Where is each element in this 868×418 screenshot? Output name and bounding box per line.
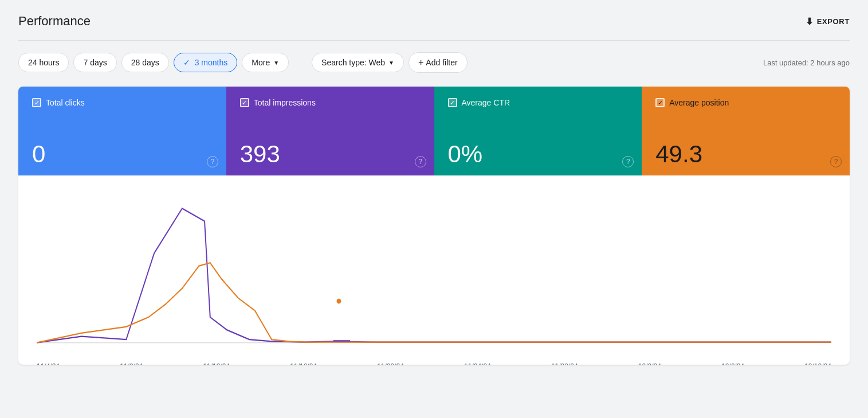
metric-header-average-position: ✓ Average position (655, 98, 836, 107)
filter-row: 24 hours 7 days 28 days ✓ 3 months More … (18, 52, 850, 73)
svg-point-1 (337, 299, 341, 304)
page-title: Performance (18, 14, 91, 29)
add-filter-label: Add filter (426, 58, 457, 67)
metric-total-impressions[interactable]: ✓ Total impressions 393 ? (226, 87, 434, 175)
metrics-row: ✓ Total clicks 0 ? ✓ Total impressions 3… (18, 87, 850, 175)
metric-value-average-position: 49.3 (655, 142, 836, 166)
time-btn-7d[interactable]: 7 days (73, 53, 116, 72)
metric-label-total-impressions: Total impressions (254, 98, 316, 107)
help-icon-total-clicks[interactable]: ? (207, 156, 218, 167)
checkmark-icon: ✓ (242, 100, 247, 106)
metric-value-average-ctr: 0% (448, 142, 629, 166)
plus-icon: + (418, 57, 423, 68)
time-btn-28d[interactable]: 28 days (121, 53, 169, 72)
x-axis-labels: 11/4/24 11/8/24 11/12/24 11/16/24 11/20/… (37, 358, 831, 365)
metric-header-average-ctr: ✓ Average CTR (448, 98, 629, 107)
checkmark-icon: ✓ (658, 100, 663, 106)
export-button[interactable]: ⬇ EXPORT (806, 16, 850, 27)
time-btn-24h-label: 24 hours (28, 58, 59, 67)
metric-label-average-ctr: Average CTR (462, 98, 510, 107)
export-label: EXPORT (817, 17, 850, 26)
search-type-label: Search type: Web (321, 58, 385, 67)
x-label-4: 11/20/24 (377, 362, 404, 365)
metric-checkbox-average-ctr[interactable]: ✓ (448, 98, 457, 107)
checkmark-icon: ✓ (450, 100, 455, 106)
export-icon: ⬇ (806, 16, 814, 27)
metric-value-total-impressions: 393 (240, 142, 421, 166)
metric-average-position[interactable]: ✓ Average position 49.3 ? (642, 87, 850, 175)
metric-label-average-position: Average position (669, 98, 729, 107)
more-button[interactable]: More ▼ (242, 53, 289, 72)
performance-chart (37, 189, 831, 356)
x-label-2: 11/12/24 (203, 362, 230, 365)
active-check-icon: ✓ (183, 58, 190, 67)
metric-value-total-clicks: 0 (32, 142, 213, 166)
time-btn-7d-label: 7 days (83, 58, 107, 67)
x-label-8: 12/6/24 (721, 362, 744, 365)
metric-header-total-clicks: ✓ Total clicks (32, 98, 213, 107)
x-label-5: 11/24/24 (464, 362, 491, 365)
x-label-1: 11/8/24 (120, 362, 143, 365)
header-divider (18, 40, 850, 41)
help-icon-total-impressions[interactable]: ? (415, 156, 426, 167)
x-label-9: 12/10/24 (804, 362, 831, 365)
last-updated-text: Last updated: 2 hours ago (763, 58, 850, 67)
chevron-down-icon: ▼ (273, 60, 279, 66)
time-btn-3m[interactable]: ✓ 3 months (174, 53, 237, 72)
x-label-3: 11/16/24 (290, 362, 317, 365)
search-type-button[interactable]: Search type: Web ▼ (312, 53, 404, 72)
metric-total-clicks[interactable]: ✓ Total clicks 0 ? (18, 87, 226, 175)
help-icon-average-ctr[interactable]: ? (622, 156, 634, 167)
time-btn-3m-label: 3 months (195, 58, 228, 67)
metric-checkbox-average-position[interactable]: ✓ (655, 98, 665, 107)
metric-header-total-impressions: ✓ Total impressions (240, 98, 421, 107)
time-btn-28d-label: 28 days (131, 58, 159, 67)
chart-container: 11/4/24 11/8/24 11/12/24 11/16/24 11/20/… (18, 175, 850, 365)
metric-checkbox-total-impressions[interactable]: ✓ (240, 98, 249, 107)
add-filter-button[interactable]: + Add filter (409, 52, 468, 73)
checkmark-icon: ✓ (34, 100, 40, 106)
main-card: ✓ Total clicks 0 ? ✓ Total impressions 3… (18, 87, 850, 365)
metric-checkbox-total-clicks[interactable]: ✓ (32, 98, 41, 107)
more-label: More (252, 58, 270, 67)
metric-average-ctr[interactable]: ✓ Average CTR 0% ? (434, 87, 642, 175)
search-type-chevron-icon: ▼ (388, 60, 394, 66)
x-label-0: 11/4/24 (37, 362, 60, 365)
help-icon-average-position[interactable]: ? (830, 156, 842, 167)
x-label-7: 12/2/24 (638, 362, 661, 365)
time-btn-24h[interactable]: 24 hours (18, 53, 69, 72)
metric-label-total-clicks: Total clicks (46, 98, 85, 107)
x-label-6: 11/28/24 (551, 362, 578, 365)
